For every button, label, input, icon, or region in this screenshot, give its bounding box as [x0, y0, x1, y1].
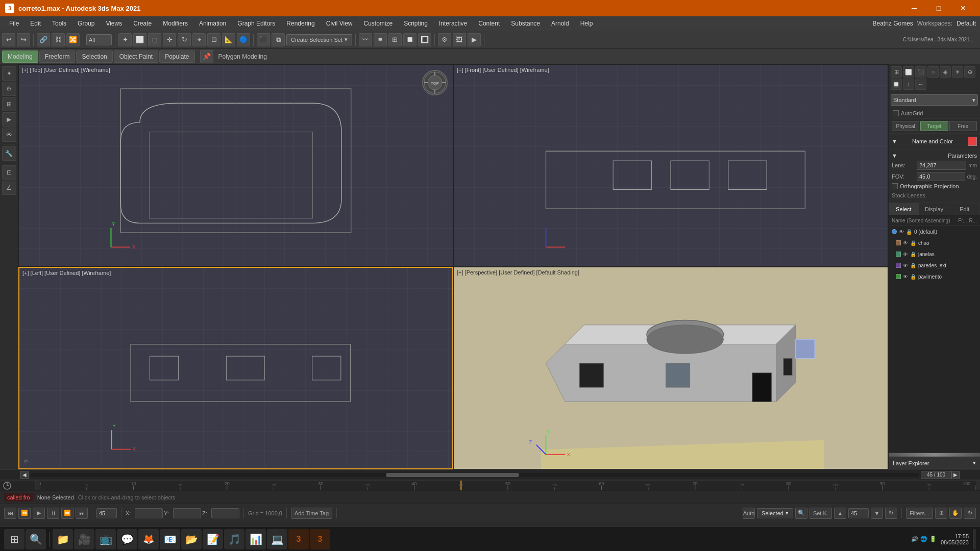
name-color-header[interactable]: ▼ Name and Color [892, 136, 977, 147]
menu-modifiers[interactable]: Modifiers [158, 18, 193, 29]
scene-object-pavimento[interactable]: 👁 🔒 pavimento [889, 271, 980, 282]
taskbar-music[interactable]: 🎵 [224, 529, 244, 549]
tab-display[interactable]: Display [919, 203, 950, 215]
taskbar-word[interactable]: 📝 [203, 529, 223, 549]
selected-dropdown[interactable]: Selected ▾ [757, 508, 793, 518]
menu-group[interactable]: Group [72, 18, 100, 29]
frame-sync-button[interactable]: ↻ [885, 508, 897, 519]
menu-views[interactable]: Views [101, 18, 127, 29]
tab-edit[interactable]: Edit [949, 203, 980, 215]
parameters-header[interactable]: ▼ Parameters [892, 152, 977, 160]
menu-scripting[interactable]: Scripting [399, 18, 433, 29]
timeline-ruler[interactable]: 0 5 10 15 20 25 30 35 40 [0, 480, 980, 490]
mirror-button[interactable]: ⬛ [257, 33, 270, 46]
rp-mode3[interactable]: ☀ [952, 66, 963, 78]
taskbar-mail[interactable]: 📧 [160, 529, 180, 549]
rotate-button[interactable]: ↻ [178, 33, 191, 46]
grid-button[interactable]: ⊞ [388, 33, 402, 46]
show-desktop-button[interactable] [973, 529, 976, 549]
transform-button[interactable]: ✛ [163, 33, 176, 46]
window-crossing-button[interactable]: ◻ [148, 33, 161, 46]
taskbar-browser[interactable]: 🦊 [138, 529, 159, 549]
timeline-current-frame[interactable]: 45 / 100 [921, 471, 951, 479]
vp-zoom-button[interactable]: ⊕ [935, 508, 947, 519]
timeline-scroll-thumb[interactable] [386, 473, 519, 477]
menu-animation[interactable]: Animation [194, 18, 231, 29]
front-viewport[interactable]: [+] [Front] [User Defined] [Wireframe] [453, 64, 888, 267]
select-button[interactable]: ✦ [118, 33, 132, 46]
close-button[interactable]: ✕ [951, 0, 975, 16]
menu-interactive[interactable]: Interactive [434, 18, 472, 29]
mode-freeform[interactable]: Freeform [39, 51, 76, 63]
object-type-dropdown[interactable]: Standard▾ [891, 94, 978, 106]
taskbar-excel[interactable]: 📊 [246, 529, 266, 549]
maximize-button[interactable]: □ [927, 0, 950, 16]
z-field[interactable] [211, 508, 239, 518]
menu-customize[interactable]: Customize [359, 18, 398, 29]
prev-frame-button[interactable]: ⏪ [18, 508, 31, 519]
select-region-button[interactable]: ⬜ [133, 33, 146, 46]
tab-select[interactable]: Select [889, 203, 919, 215]
unlink-button[interactable]: ⛓ [52, 33, 65, 46]
set-key-button[interactable]: Set K. [810, 508, 832, 519]
create-tool[interactable]: ✦ [2, 66, 16, 81]
y-field[interactable] [173, 508, 201, 518]
color-swatch[interactable] [968, 137, 977, 146]
taskbar-chat[interactable]: 💬 [117, 529, 137, 549]
left-viewport[interactable]: [+] [Left] [User Defined] [Wireframe] X … [18, 267, 453, 469]
align-button[interactable]: ⧉ [272, 33, 285, 46]
schematic-button[interactable]: 🔲 [403, 33, 416, 46]
menu-create[interactable]: Create [128, 18, 157, 29]
dope-sheet-button[interactable]: ≡ [374, 33, 387, 46]
display-tool[interactable]: 👁 [2, 128, 16, 142]
scene-object-default[interactable]: 👁 🔒 0 (default) [889, 226, 980, 237]
rp-mode7[interactable]: ↔ [915, 79, 926, 90]
goto-end-button[interactable]: ⏭ [76, 508, 88, 519]
material-button[interactable]: 🔳 [418, 33, 431, 46]
bind-button[interactable]: 🔀 [66, 33, 80, 46]
layer-explorer-header[interactable]: Layer Explorer ▾ [889, 457, 980, 469]
perspective-viewport-label[interactable]: [+] [Perspective] [User Defined] [Defaul… [457, 269, 579, 276]
mode-pin-button[interactable]: 📌 [200, 50, 213, 63]
undo-button[interactable]: ↩ [2, 33, 15, 46]
next-frame-button[interactable]: ⏩ [61, 508, 74, 519]
filter-dropdown[interactable]: All [86, 34, 112, 45]
render-button[interactable]: ▶ [468, 33, 481, 46]
add-time-tag-button[interactable]: Add Time Tag [291, 508, 332, 519]
top-nav-gizmo[interactable]: TOP [422, 70, 448, 95]
mode-populate[interactable]: Populate [159, 51, 194, 63]
menu-substance[interactable]: Substance [506, 18, 545, 29]
rp-mode5[interactable]: 🔲 [891, 79, 902, 90]
menu-civil-view[interactable]: Civil View [321, 18, 358, 29]
modify-tool[interactable]: ⚙ [2, 82, 16, 96]
scale2-button[interactable]: ⊡ [207, 33, 220, 46]
mode-modeling[interactable]: Modeling [2, 51, 38, 63]
left-viewport-label[interactable]: [+] [Left] [User Defined] [Wireframe] [22, 270, 111, 276]
frame-up-button[interactable]: ▲ [834, 508, 846, 519]
x-field[interactable] [135, 508, 163, 518]
menu-tools[interactable]: Tools [47, 18, 71, 29]
scene-object-chao[interactable]: 👁 🔒 chao [889, 237, 980, 248]
reference-button[interactable]: 🔵 [237, 33, 250, 46]
render-setup-button[interactable]: ⚙ [438, 33, 451, 46]
redo-button[interactable]: ↪ [17, 33, 30, 46]
scene-object-janelas[interactable]: 👁 🔒 janelas [889, 248, 980, 260]
menu-content[interactable]: Content [473, 18, 505, 29]
rp-shading[interactable]: ⬛ [915, 66, 926, 78]
menu-graph-editors[interactable]: Graph Editors [232, 18, 280, 29]
render-frame-button[interactable]: 🖼 [453, 33, 466, 46]
taskbar-files[interactable]: 📂 [181, 529, 202, 549]
radio-target[interactable]: Target [920, 121, 948, 131]
top-viewport-label[interactable]: [+] [Top] [User Defined] [Wireframe] [22, 67, 110, 73]
lens-value[interactable]: 24,287 [917, 161, 966, 170]
rp-mode2[interactable]: ◈ [940, 66, 951, 78]
placement-button[interactable]: 📐 [222, 33, 235, 46]
play-button[interactable]: ▶ [33, 508, 45, 519]
rp-mode4[interactable]: ⊕ [964, 66, 975, 78]
mode-object-paint[interactable]: Object Paint [114, 51, 158, 63]
radio-physical[interactable]: Physical [892, 121, 919, 131]
scale-button[interactable]: ⌖ [192, 33, 206, 46]
start-button[interactable]: ⊞ [4, 529, 24, 549]
menu-help[interactable]: Help [575, 18, 598, 29]
link-button[interactable]: 🔗 [37, 33, 50, 46]
